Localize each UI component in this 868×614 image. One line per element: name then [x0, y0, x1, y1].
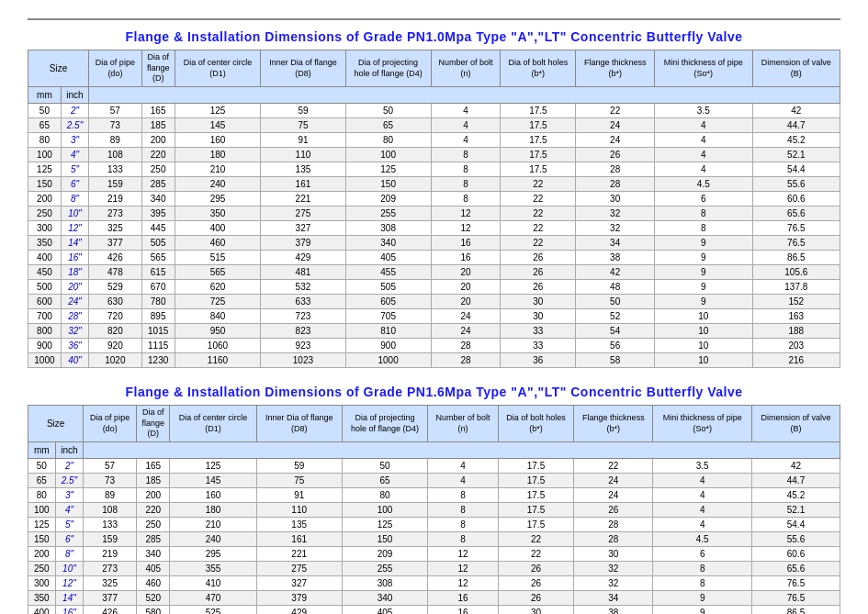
cell-B: 60.6	[751, 547, 840, 562]
cell-D: 405	[137, 562, 170, 576]
cell-D4: 455	[345, 265, 431, 280]
cell-inch: 5"	[61, 162, 88, 177]
cell-D: 505	[141, 236, 175, 251]
cell-mm: 50	[28, 104, 62, 118]
cell-tp: 3.5	[654, 104, 752, 118]
cell-n: 16	[431, 251, 501, 265]
cell-mm: 300	[28, 221, 62, 236]
cell-B: 105.6	[752, 265, 840, 280]
col-size: Size	[28, 50, 89, 87]
cell-B: 45.2	[752, 133, 840, 148]
col-B: Dimension of valve(B)	[752, 50, 840, 87]
cell-D: 520	[137, 591, 170, 606]
cell-mm: 65	[28, 474, 56, 488]
cell-B: 42	[752, 104, 840, 118]
col-n: Number of bolt(n)	[431, 50, 501, 87]
cell-do: 478	[89, 265, 141, 280]
cell-do: 426	[84, 606, 137, 614]
cell-D1: 620	[175, 280, 261, 295]
cell-n: 12	[431, 207, 501, 221]
cell-mm: 600	[28, 295, 62, 309]
cell-D4: 505	[345, 280, 431, 295]
cell-inch: 2.5"	[55, 474, 84, 488]
cell-D1: 160	[175, 133, 261, 148]
cell-bh: 22	[501, 177, 576, 192]
table-row: 250 10" 273 405 355 275 255 12 26 32 8 6…	[28, 562, 840, 576]
cell-inch: 12"	[55, 576, 84, 591]
cell-do: 219	[84, 547, 137, 562]
cell-D4: 50	[342, 459, 428, 474]
table-row: 700 28" 720 895 840 723 705 24 30 52 10 …	[28, 309, 840, 324]
cell-D4: 50	[345, 104, 431, 118]
cell-D4: 255	[342, 562, 428, 576]
cell-n: 24	[431, 324, 501, 339]
cell-mm: 125	[28, 162, 62, 177]
cell-inch: 6"	[61, 177, 88, 192]
cell-bh: 33	[501, 339, 576, 353]
cell-D4: 900	[345, 339, 431, 353]
cell-mm: 900	[28, 339, 62, 353]
cell-do: 377	[84, 591, 137, 606]
cell-do: 57	[84, 459, 137, 474]
cell-do: 529	[89, 280, 141, 295]
cell-bh: 17.5	[501, 118, 576, 133]
table-row: 200 8" 219 340 295 221 209 8 22 30 6 60.…	[28, 192, 840, 207]
cell-ft: 34	[576, 236, 655, 251]
cell-D8: 532	[261, 280, 345, 295]
cell-ft: 52	[576, 309, 655, 324]
cell-bh: 17.5	[501, 148, 576, 162]
cell-n: 8	[428, 503, 498, 518]
table1: Size Dia of pipe(do) Dia offlange(D) Dia…	[28, 50, 840, 368]
cell-tp: 9	[654, 295, 752, 309]
cell-inch: 24"	[61, 295, 88, 309]
table-row: 250 10" 273 395 350 275 255 12 22 32 8 6…	[28, 207, 840, 221]
cell-n: 8	[431, 177, 501, 192]
cell-do: 108	[89, 148, 141, 162]
cell-n: 16	[428, 606, 498, 614]
cell-D: 165	[141, 104, 175, 118]
cell-mm: 400	[28, 251, 62, 265]
cell-n: 12	[428, 547, 498, 562]
cell-tp: 10	[654, 324, 752, 339]
cell-do: 720	[89, 309, 141, 324]
cell-bh: 17.5	[498, 518, 574, 532]
cell-mm: 65	[28, 118, 62, 133]
cell-do: 57	[89, 104, 141, 118]
cell-bh: 33	[501, 324, 576, 339]
cell-D8: 275	[261, 207, 345, 221]
cell-D1: 1160	[175, 353, 261, 368]
cell-n: 4	[428, 474, 498, 488]
cell-B: 42	[751, 459, 840, 474]
cell-inch: 20"	[61, 280, 88, 295]
cell-do: 73	[89, 118, 141, 133]
cell-D1: 240	[175, 177, 261, 192]
cell-bh: 26	[501, 251, 576, 265]
cell-ft: 26	[576, 148, 655, 162]
cell-ft: 24	[576, 118, 655, 133]
cell-B: 152	[752, 295, 840, 309]
cell-tp: 9	[654, 280, 752, 295]
cell-B: 44.7	[752, 118, 840, 133]
cell-mm: 450	[28, 265, 62, 280]
cell-ft: 24	[576, 133, 655, 148]
cell-B: 55.6	[752, 177, 840, 192]
cell-ft: 24	[574, 488, 653, 503]
col2-mm: mm	[28, 442, 56, 459]
cell-D4: 340	[345, 236, 431, 251]
cell-D1: 180	[175, 148, 261, 162]
cell-D8: 91	[256, 488, 342, 503]
col2-inch: inch	[55, 442, 84, 459]
cell-D8: 723	[261, 309, 345, 324]
cell-D: 250	[141, 162, 175, 177]
table-row: 200 8" 219 340 295 221 209 12 22 30 6 60…	[28, 547, 840, 562]
table-row: 400 16" 426 580 525 429 405 16 30 38 9 8…	[28, 606, 840, 614]
col-do: Dia of pipe(do)	[89, 50, 141, 87]
col-bh: Dia of bolt holes(b*)	[501, 50, 576, 87]
cell-D1: 470	[170, 591, 256, 606]
cell-ft: 32	[574, 562, 653, 576]
cell-bh: 22	[501, 192, 576, 207]
cell-D: 670	[141, 280, 175, 295]
cell-ft: 48	[576, 280, 655, 295]
cell-ft: 42	[576, 265, 655, 280]
cell-D: 185	[141, 118, 175, 133]
